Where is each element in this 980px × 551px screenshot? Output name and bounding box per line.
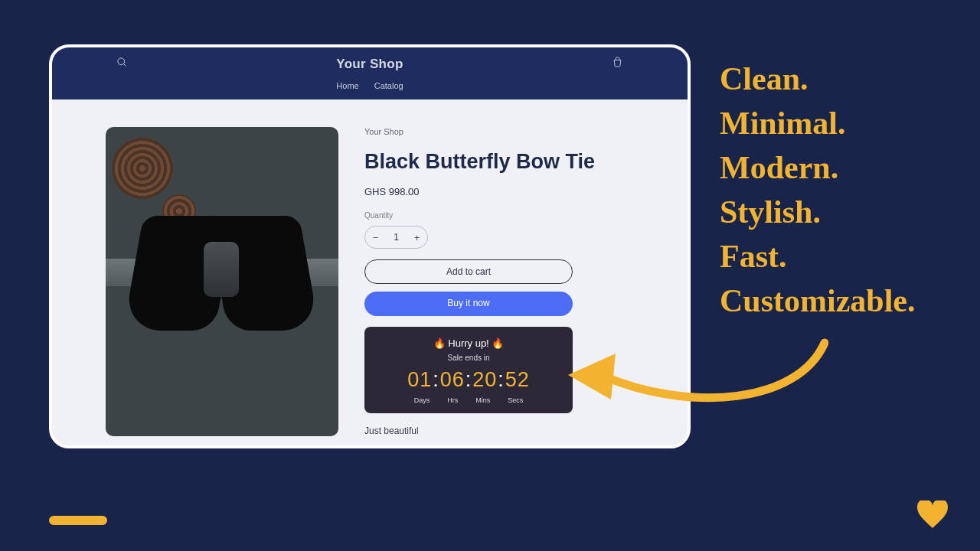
countdown-box: 🔥 Hurry up! 🔥 Sale ends in 01:06:20:52 D… [364, 327, 573, 413]
add-to-cart-button[interactable]: Add to cart [364, 259, 573, 284]
shop-name: Your Shop [52, 57, 688, 72]
product-description: Just beautiful [364, 425, 634, 436]
svg-point-0 [118, 58, 125, 65]
countdown-mins: 20 [472, 368, 497, 391]
quantity-increase-button[interactable]: + [407, 232, 427, 243]
marketing-line: Stylish. [720, 190, 916, 234]
countdown-days: 01 [407, 368, 432, 391]
decor-bow-knot [204, 242, 239, 297]
marketing-copy: Clean. Minimal. Modern. Stylish. Fast. C… [720, 57, 916, 323]
svg-line-1 [123, 64, 126, 66]
marketing-line: Minimal. [720, 101, 916, 145]
product-image [106, 127, 338, 436]
share-button[interactable]: Share [364, 447, 634, 448]
main-nav: Home Catalog [52, 81, 688, 90]
countdown-labels: Days Hrs Mins Secs [372, 396, 565, 404]
marketing-line: Modern. [720, 145, 916, 190]
accent-pill [49, 516, 107, 525]
quantity-decrease-button[interactable]: − [365, 232, 386, 243]
product-info: Your Shop Black Butterfly Bow Tie GHS 99… [364, 127, 634, 448]
countdown-label-hrs: Hrs [447, 396, 458, 404]
share-label: Share [377, 447, 400, 448]
buy-now-button[interactable]: Buy it now [364, 292, 573, 316]
nav-catalog[interactable]: Catalog [374, 81, 403, 90]
marketing-line: Fast. [720, 234, 916, 279]
share-icon [364, 448, 373, 449]
countdown-digits: 01:06:20:52 [372, 368, 565, 392]
countdown-label-mins: Mins [475, 396, 490, 404]
app-screenshot-card: Your Shop Home Catalog Your Shop Black B… [49, 44, 691, 448]
countdown-hrs: 06 [440, 368, 465, 391]
product-body: Your Shop Black Butterfly Bow Tie GHS 99… [52, 99, 688, 448]
cart-icon[interactable] [612, 57, 623, 68]
search-icon[interactable] [116, 57, 128, 68]
product-price: GHS 998.00 [364, 186, 634, 197]
countdown-headline: 🔥 Hurry up! 🔥 [372, 337, 565, 349]
countdown-label-days: Days [414, 396, 430, 404]
quantity-stepper[interactable]: − 1 + [364, 226, 428, 249]
nav-home[interactable]: Home [336, 81, 358, 90]
product-title: Black Butterfly Bow Tie [364, 150, 634, 174]
marketing-line: Customizable. [720, 279, 916, 323]
vendor-name: Your Shop [364, 127, 634, 136]
countdown-secs: 52 [505, 368, 530, 391]
quantity-label: Quantity [364, 211, 634, 220]
store-header: Your Shop Home Catalog [52, 47, 688, 99]
countdown-subline: Sale ends in [372, 354, 565, 362]
quantity-value: 1 [386, 232, 407, 243]
countdown-label-secs: Secs [508, 396, 523, 404]
marketing-line: Clean. [720, 57, 916, 101]
decor-ball [112, 138, 173, 199]
heart-icon [917, 500, 948, 528]
